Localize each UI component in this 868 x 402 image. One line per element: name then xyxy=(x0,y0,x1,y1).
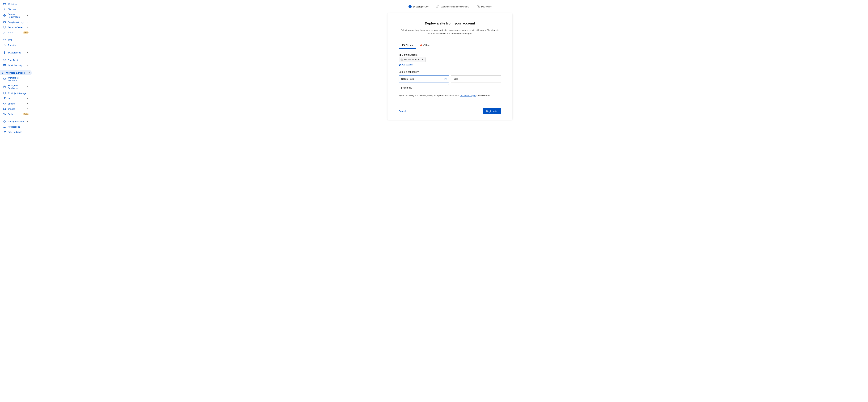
sidebar-item-bulk-redirects[interactable]: Bulk Redirects xyxy=(1,129,30,134)
chevron-down-icon: ▼ xyxy=(27,64,29,66)
sidebar-item-domain-registration[interactable]: Domain Registration ▼ xyxy=(1,12,30,20)
chevron-down-icon: ▼ xyxy=(27,103,29,105)
deploy-card: Deploy a site from your account Select a… xyxy=(388,13,513,120)
select-repository-label: Select a repository xyxy=(399,70,501,73)
sidebar-item-stream[interactable]: Stream ▼ xyxy=(1,101,30,106)
plus-circle-icon xyxy=(399,64,401,66)
sidebar-item-ip-addresses[interactable]: IP Addresses ▼ xyxy=(1,50,30,55)
sidebar-item-trace[interactable]: Trace Beta xyxy=(1,30,30,35)
step-separator xyxy=(471,7,475,7)
divider xyxy=(2,69,30,69)
gear-icon xyxy=(3,120,6,123)
chevron-down-icon: ▼ xyxy=(27,26,29,28)
repo-card[interactable]: Notion-Hugo ✓ xyxy=(399,75,449,83)
sidebar-item-security-center[interactable]: Security Center ▼ xyxy=(1,25,30,30)
sidebar-item-workers-pages[interactable]: Workers & Pages ▼ xyxy=(0,70,32,75)
github-icon xyxy=(399,54,401,56)
chevron-down-icon: ▼ xyxy=(28,72,30,74)
workers-icon xyxy=(2,71,4,74)
sidebar-item-waf[interactable]: WAF xyxy=(1,37,30,42)
sidebar-item-zero-trust[interactable]: Zero Trust xyxy=(1,58,30,63)
step-number: 2 xyxy=(436,5,439,8)
sidebar-item-storage-databases[interactable]: Storage & Databases ▼ xyxy=(1,83,30,91)
step-3[interactable]: 3 Deploy site xyxy=(477,5,492,8)
repo-card[interactable]: DoIt xyxy=(451,75,501,83)
step-label: Deploy site xyxy=(481,5,492,8)
sidebar-item-workers-platforms[interactable]: Workers for Platforms xyxy=(1,75,30,83)
sidebar-item-ai[interactable]: AI ▼ xyxy=(1,96,30,101)
github-account-label: GitHub account xyxy=(399,54,501,56)
sidebar-item-discover[interactable]: Discover xyxy=(1,7,30,12)
provider-tabs: GitHub GitLab xyxy=(399,42,501,49)
cloud-icon xyxy=(3,102,6,105)
sidebar-item-images[interactable]: Images ▼ xyxy=(1,106,30,112)
stepper: 1 Select repository 2 Set up builds and … xyxy=(408,5,492,8)
github-icon xyxy=(402,44,405,47)
database-icon xyxy=(3,85,6,88)
gitlab-icon xyxy=(420,44,422,47)
svg-point-19 xyxy=(4,109,4,109)
repo-name: DoIt xyxy=(454,78,458,80)
shield-icon xyxy=(3,26,6,29)
stack-icon xyxy=(3,78,6,81)
sidebar-item-analytics[interactable]: Analytics & Logs ▼ xyxy=(1,20,30,25)
sidebar-item-r2[interactable]: R2 Object Storage xyxy=(1,91,30,96)
chevron-down-icon: ▼ xyxy=(422,59,424,61)
sidebar-item-turnstile[interactable]: Turnstile xyxy=(1,42,30,48)
step-number: 3 xyxy=(477,5,480,8)
step-2[interactable]: 2 Set up builds and deployments xyxy=(436,5,469,8)
tab-label: GitLab xyxy=(423,44,430,47)
main-content: 1 Select repository 2 Set up builds and … xyxy=(32,0,868,402)
repository-grid: Notion-Hugo ✓ DoIt pcloud.dev xyxy=(399,75,501,91)
waf-icon xyxy=(3,38,6,41)
begin-setup-button[interactable]: Begin setup xyxy=(483,108,501,114)
step-label: Select repository xyxy=(413,5,429,8)
globe-icon xyxy=(3,14,6,17)
sidebar-item-notifications[interactable]: Notifications xyxy=(1,124,30,129)
divider xyxy=(2,118,30,118)
tab-gitlab[interactable]: GitLab xyxy=(416,42,433,49)
divider xyxy=(2,36,30,36)
sidebar: Websites Discover Domain Registration ▼ … xyxy=(0,0,32,402)
sidebar-item-websites[interactable]: Websites xyxy=(1,1,30,7)
sidebar-item-calls[interactable]: Calls Beta xyxy=(1,112,30,117)
bulb-icon xyxy=(3,8,6,10)
clock-icon xyxy=(3,21,6,24)
step-1[interactable]: 1 Select repository xyxy=(408,5,429,8)
r2-icon xyxy=(3,92,6,95)
svg-rect-18 xyxy=(3,108,5,110)
divider xyxy=(399,104,501,104)
svg-point-16 xyxy=(4,92,5,93)
svg-marker-14 xyxy=(3,78,5,79)
zerotrust-icon xyxy=(3,59,6,61)
card-title: Deploy a site from your account xyxy=(399,22,501,25)
chevron-down-icon: ▼ xyxy=(27,15,29,17)
chevron-down-icon: ▼ xyxy=(27,86,29,88)
avatar xyxy=(401,59,403,61)
add-account-link[interactable]: Add account xyxy=(399,64,413,66)
cancel-link[interactable]: Cancel xyxy=(399,110,406,113)
chevron-down-icon: ▼ xyxy=(27,97,29,99)
email-icon xyxy=(3,64,6,67)
browser-icon xyxy=(3,3,6,5)
svg-point-2 xyxy=(4,8,5,10)
tab-github[interactable]: GitHub xyxy=(399,42,416,49)
step-label: Set up builds and deployments xyxy=(441,5,469,8)
svg-rect-13 xyxy=(3,65,5,66)
chevron-down-icon: ▼ xyxy=(27,108,29,110)
ai-icon xyxy=(3,97,6,100)
sidebar-item-manage-account[interactable]: Manage Account ▼ xyxy=(1,119,30,124)
sidebar-item-email-security[interactable]: Email Security ▼ xyxy=(1,63,30,68)
repo-card[interactable]: pcloud.dev xyxy=(399,84,449,91)
beta-badge: Beta xyxy=(23,31,29,34)
cloudflare-pages-link[interactable]: Cloudflare Pages xyxy=(460,94,476,97)
account-value: HEIGE-PCloud xyxy=(404,58,420,61)
github-account-select[interactable]: HEIGE-PCloud ▼ xyxy=(399,57,426,62)
card-actions: Cancel Begin setup xyxy=(399,108,501,114)
svg-point-20 xyxy=(4,121,5,122)
phone-icon xyxy=(3,113,6,116)
chevron-down-icon: ▼ xyxy=(27,52,29,54)
svg-point-12 xyxy=(4,52,5,53)
repository-hint: If your repository is not shown, configu… xyxy=(399,94,501,97)
svg-point-15 xyxy=(4,86,5,87)
